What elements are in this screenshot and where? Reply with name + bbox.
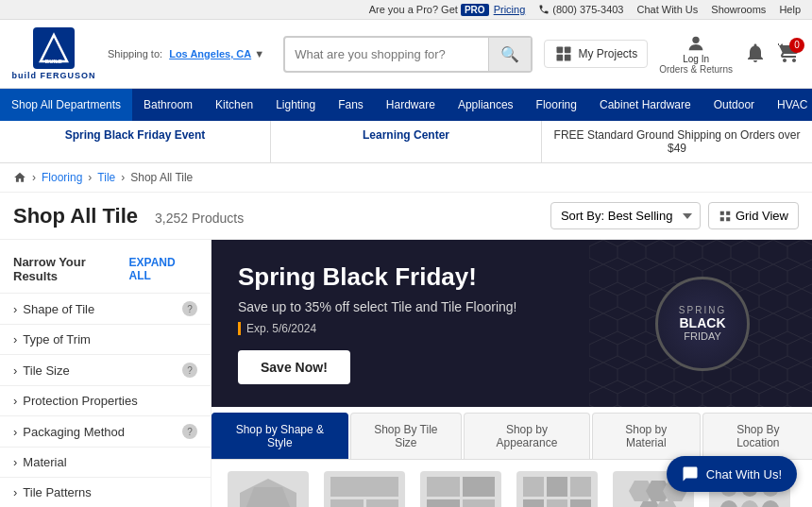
expand-all-button[interactable]: EXPAND ALL bbox=[129, 256, 197, 282]
svg-rect-5 bbox=[556, 55, 563, 61]
filter-info-shape[interactable]: ? bbox=[182, 301, 197, 316]
help-link[interactable]: Help bbox=[779, 4, 801, 15]
badge-friday: FRIDAY bbox=[684, 330, 721, 342]
filter-patterns[interactable]: › Tile Patterns bbox=[0, 477, 211, 507]
nav-lighting[interactable]: Lighting bbox=[264, 89, 327, 121]
projects-icon bbox=[554, 44, 573, 63]
chat-icon bbox=[682, 465, 699, 482]
exp-indicator bbox=[238, 322, 241, 335]
grid-icon bbox=[719, 210, 732, 223]
filter-packaging[interactable]: › Packaging Method ? bbox=[0, 415, 211, 447]
my-projects-button[interactable]: My Projects bbox=[544, 40, 649, 68]
nav-appliances[interactable]: Appliances bbox=[447, 89, 525, 121]
nav-hvac[interactable]: HVAC bbox=[766, 89, 812, 121]
shipping-info: Shipping to: Los Angeles, CA ▼ bbox=[108, 48, 264, 59]
filter-tile-size[interactable]: › Tile Size ? bbox=[0, 354, 211, 385]
mosaic-shape bbox=[230, 474, 306, 508]
tile-mosaic[interactable]: Mosaic Tile bbox=[223, 471, 313, 507]
filter-arrow-trim: › bbox=[13, 332, 17, 346]
orders-label: Orders & Returns bbox=[659, 64, 733, 75]
main-navigation: Shop All Departments Bathroom Kitchen Li… bbox=[0, 89, 812, 121]
promo-shipping[interactable]: FREE Standard Ground Shipping on Orders … bbox=[542, 121, 812, 162]
filter-label-patterns: Tile Patterns bbox=[23, 485, 92, 499]
save-now-button[interactable]: Save Now! bbox=[238, 350, 350, 384]
shipping-location[interactable]: Los Angeles, CA bbox=[169, 48, 251, 59]
phone-number[interactable]: (800) 375-3403 bbox=[538, 4, 623, 15]
my-projects-label: My Projects bbox=[579, 47, 638, 60]
tile-rectangular[interactable]: Rectangular bbox=[415, 471, 506, 507]
tab-location[interactable]: Shop By Location bbox=[702, 413, 812, 459]
home-icon[interactable] bbox=[13, 171, 26, 184]
cart-button[interactable]: 0 bbox=[778, 42, 801, 67]
login-label: Log In bbox=[683, 54, 709, 64]
tab-appearance[interactable]: Shop by Appearance bbox=[464, 413, 590, 459]
svg-marker-20 bbox=[654, 501, 679, 507]
page-title: Shop All Tile bbox=[13, 204, 138, 228]
filter-material[interactable]: › Material bbox=[0, 447, 211, 477]
filter-label-trim: Type of Trim bbox=[23, 332, 91, 346]
tab-tile-size[interactable]: Shop By Tile Size bbox=[350, 413, 462, 459]
breadcrumb-flooring[interactable]: Flooring bbox=[42, 171, 82, 184]
tab-shape-style[interactable]: Shop by Shape & Style bbox=[211, 413, 348, 459]
pro-pricing-link[interactable]: Pricing bbox=[494, 4, 526, 15]
nav-bathroom[interactable]: Bathroom bbox=[132, 89, 204, 121]
nav-fans[interactable]: Fans bbox=[327, 89, 375, 121]
nav-flooring[interactable]: Flooring bbox=[525, 89, 588, 121]
tile-subway[interactable]: Subway bbox=[319, 471, 410, 507]
phone-icon bbox=[538, 4, 550, 15]
search-button[interactable]: 🔍 bbox=[488, 38, 531, 71]
filter-arrow-protection: › bbox=[13, 394, 17, 408]
showrooms-link[interactable]: Showrooms bbox=[711, 4, 766, 15]
sidebar-header: Narrow Your Results EXPAND ALL bbox=[0, 249, 211, 293]
spring-badge: SPRING BLACK FRIDAY bbox=[655, 277, 750, 371]
chat-widget[interactable]: Chat With Us! bbox=[667, 456, 797, 492]
page-header: Shop All Tile 3,252 Products Sort By: Be… bbox=[0, 193, 812, 240]
notifications-button[interactable] bbox=[744, 42, 767, 67]
svg-rect-11 bbox=[726, 217, 730, 221]
square-image bbox=[516, 471, 598, 507]
banner-graphic: SPRING BLACK FRIDAY bbox=[589, 240, 812, 407]
badge-black: BLACK bbox=[680, 315, 726, 330]
search-input[interactable] bbox=[285, 40, 487, 69]
pro-badge: PRO bbox=[461, 4, 489, 16]
breadcrumb-tile[interactable]: Tile bbox=[97, 171, 115, 184]
nav-hardware[interactable]: Hardware bbox=[375, 89, 447, 121]
search-bar: 🔍 bbox=[283, 36, 532, 73]
banner-title: Spring Black Friday! bbox=[238, 262, 563, 292]
svg-rect-4 bbox=[564, 47, 570, 54]
filter-arrow-shape: › bbox=[13, 302, 17, 316]
filter-label-shape: Shape of Tile bbox=[23, 302, 94, 316]
product-count: 3,252 Products bbox=[155, 211, 244, 226]
badge-spring: SPRING bbox=[679, 305, 726, 315]
filter-shape-of-tile[interactable]: › Shape of Tile ? bbox=[0, 293, 211, 324]
svg-point-7 bbox=[692, 37, 699, 43]
nav-kitchen[interactable]: Kitchen bbox=[204, 89, 264, 121]
promo-spring[interactable]: Spring Black Friday Event bbox=[0, 121, 271, 162]
sort-select[interactable]: Sort By: Best Selling bbox=[550, 202, 701, 229]
account-button[interactable]: Log In Orders & Returns bbox=[659, 33, 733, 75]
svg-text:BUILD: BUILD bbox=[45, 59, 63, 64]
nav-shop-all[interactable]: Shop All Departments bbox=[0, 89, 132, 121]
site-logo[interactable]: BUILD build FERGUSON bbox=[11, 27, 96, 80]
nav-outdoor[interactable]: Outdoor bbox=[702, 89, 766, 121]
filter-info-size[interactable]: ? bbox=[182, 363, 197, 378]
nav-cabinet[interactable]: Cabinet Hardware bbox=[588, 89, 702, 121]
tile-square[interactable]: Square bbox=[512, 471, 602, 507]
filter-type-of-trim[interactable]: › Type of Trim bbox=[0, 324, 211, 354]
promo-learning[interactable]: Learning Center bbox=[271, 121, 542, 162]
logo-icon: BUILD bbox=[33, 27, 75, 69]
mosaic-image bbox=[228, 471, 309, 507]
svg-rect-6 bbox=[564, 55, 570, 61]
chat-link[interactable]: Chat With Us bbox=[637, 4, 699, 15]
svg-rect-8 bbox=[720, 211, 724, 214]
filter-protection[interactable]: › Protection Properties bbox=[0, 385, 211, 415]
banner-expiry: Exp. 5/6/2024 bbox=[246, 322, 316, 335]
filter-arrow-packaging: › bbox=[13, 425, 17, 439]
grid-view-button[interactable]: Grid View bbox=[708, 202, 799, 229]
account-icon bbox=[685, 33, 706, 54]
sidebar: Narrow Your Results EXPAND ALL › Shape o… bbox=[0, 240, 211, 507]
chat-label: Chat With Us! bbox=[706, 467, 782, 482]
filter-info-packaging[interactable]: ? bbox=[182, 424, 197, 439]
svg-rect-9 bbox=[726, 211, 730, 214]
tab-material[interactable]: Shop by Material bbox=[592, 413, 701, 459]
